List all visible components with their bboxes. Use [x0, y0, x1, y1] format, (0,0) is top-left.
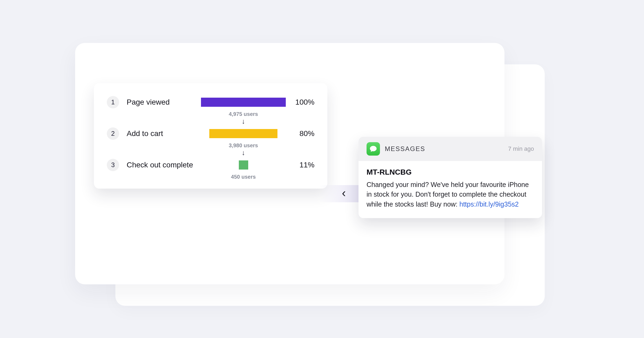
funnel-bar	[201, 98, 286, 107]
notification-link[interactable]: https://bit.ly/9ig35s2	[459, 200, 519, 208]
chevron-left-icon: ‹	[342, 186, 346, 200]
funnel-bar	[209, 129, 277, 138]
step-index-badge: 1	[107, 96, 119, 108]
step-users: 4,975 users	[199, 111, 288, 117]
bar-cell	[199, 129, 288, 138]
notification-message: Changed your mind? We've held your favou…	[367, 180, 534, 209]
arrow-down-icon: ↓	[199, 149, 288, 156]
step-label: Check out complete	[127, 161, 196, 169]
step-percent: 100%	[290, 98, 314, 106]
bar-cell	[199, 160, 288, 170]
notification-time: 7 min ago	[508, 145, 534, 152]
step-percent: 80%	[290, 129, 314, 138]
funnel-step: 2 Add to cart 80%	[107, 127, 314, 140]
step-percent: 11%	[290, 161, 314, 169]
funnel-step: 3 Check out complete 11%	[107, 159, 314, 171]
step-index-badge: 3	[107, 159, 119, 171]
notification-header: MESSAGES 7 min ago	[358, 137, 542, 161]
arrow-down-icon: ↓	[199, 118, 288, 125]
step-label: Page viewed	[127, 98, 196, 106]
funnel-bar	[239, 160, 248, 170]
funnel-step: 1 Page viewed 100%	[107, 96, 314, 108]
notification-sender: MT-RLNCBG	[367, 168, 534, 177]
step-label: Add to cart	[127, 129, 196, 138]
notification-body: MT-RLNCBG Changed your mind? We've held …	[358, 161, 542, 218]
messages-app-icon	[367, 142, 380, 156]
step-users: 450 users	[199, 174, 288, 180]
notification-card[interactable]: MESSAGES 7 min ago MT-RLNCBG Changed you…	[358, 137, 542, 218]
step-index-badge: 2	[107, 127, 119, 140]
bar-cell	[199, 98, 288, 107]
funnel-card: 1 Page viewed 100% 4,975 users ↓ 2 Add t…	[94, 83, 327, 189]
notification-app-name: MESSAGES	[385, 145, 503, 153]
step-users: 3,980 users	[199, 142, 288, 149]
